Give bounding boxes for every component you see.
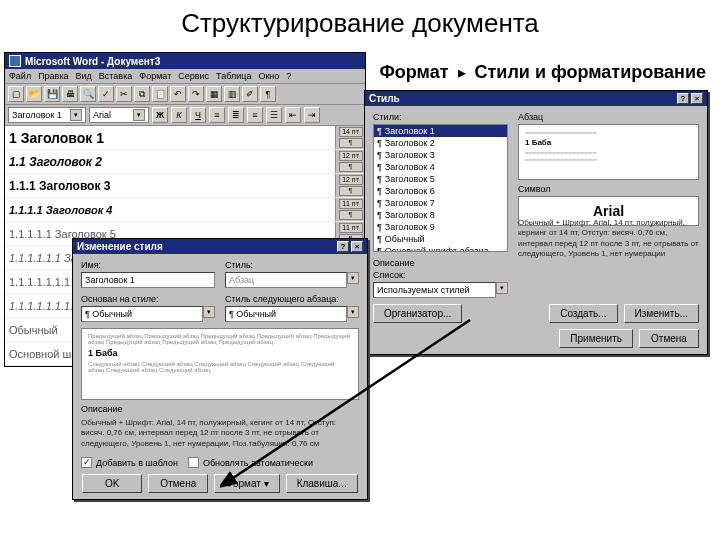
add-template-checkbox[interactable]: ✓Добавить в шаблон (81, 457, 178, 468)
draw-icon[interactable]: ✐ (242, 86, 258, 102)
copy-icon[interactable]: ⧉ (134, 86, 150, 102)
desc-label: Описание (81, 404, 359, 414)
size-badge: 14 пт (339, 127, 363, 137)
chevron-down-icon: ▾ (347, 272, 359, 284)
underline-icon[interactable]: Ч (190, 107, 206, 123)
chevron-down-icon[interactable]: ▾ (70, 109, 82, 121)
indent-dec-icon[interactable]: ⇤ (285, 107, 301, 123)
menu-file[interactable]: Файл (9, 71, 31, 81)
indent-inc-icon[interactable]: ⇥ (304, 107, 320, 123)
cancel-button[interactable]: Отмена (148, 474, 208, 493)
cancel-button[interactable]: Отмена (639, 329, 699, 348)
add-template-label: Добавить в шаблон (96, 458, 178, 468)
new-icon[interactable]: ▢ (8, 86, 24, 102)
modify-dialog-titlebar: Изменение стиля ?× (73, 239, 367, 254)
menu-format[interactable]: Формат (139, 71, 171, 81)
align-center-icon[interactable]: ≣ (228, 107, 244, 123)
chevron-down-icon[interactable]: ▾ (203, 306, 215, 318)
para-icon: ¶ (377, 186, 382, 196)
outline-row[interactable]: 1.1 Заголовок 212 пт¶ (5, 150, 365, 174)
italic-icon[interactable]: К (171, 107, 187, 123)
word-icon (9, 55, 21, 67)
outline-row[interactable]: 1.1.1 Заголовок 312 пт¶ (5, 174, 365, 198)
menu-edit[interactable]: Правка (38, 71, 68, 81)
key-button[interactable]: Клавиша... (286, 474, 358, 493)
list-label: Список: (373, 270, 699, 280)
list-item[interactable]: ¶ Заголовок 9 (374, 221, 507, 233)
close-icon[interactable]: × (691, 93, 703, 104)
help-icon[interactable]: ? (677, 93, 689, 104)
font-combo[interactable]: Arial ▾ (89, 107, 149, 123)
columns-icon[interactable]: ▥ (224, 86, 240, 102)
new-button[interactable]: Создать... (549, 304, 617, 323)
para-icon: ¶ (377, 198, 382, 208)
redo-icon[interactable]: ↷ (188, 86, 204, 102)
list-item[interactable]: ¶ Заголовок 5 (374, 173, 507, 185)
style-combo[interactable]: Заголовок 1 ▾ (8, 107, 86, 123)
list-item[interactable]: ¶ Заголовок 6 (374, 185, 507, 197)
styles-listbox[interactable]: ¶ Заголовок 1¶ Заголовок 2¶ Заголовок 3¶… (373, 124, 508, 252)
outline-row[interactable]: 1 Заголовок 114 пт¶ (5, 126, 365, 150)
para-icon: ¶ (377, 234, 382, 244)
paste-icon[interactable]: 📋 (152, 86, 168, 102)
list-select[interactable]: Используемых стилей (373, 282, 496, 298)
list-item[interactable]: ¶ Заголовок 8 (374, 209, 507, 221)
list-item[interactable]: ¶ Основной шрифт абзаца (374, 245, 507, 252)
list-item[interactable]: ¶ Заголовок 4 (374, 161, 507, 173)
organizer-button[interactable]: Организатор... (373, 304, 462, 323)
outline-row[interactable]: 1.1.1.1 Заголовок 411 пт¶ (5, 198, 365, 222)
menu-insert[interactable]: Вставка (99, 71, 132, 81)
list-item[interactable]: ¶ Заголовок 2 (374, 137, 507, 149)
style-dialog-title: Стиль (369, 93, 400, 104)
style-dialog-titlebar: Стиль ?× (365, 91, 707, 106)
auto-update-checkbox[interactable]: Обновлять автоматически (188, 457, 313, 468)
word-menubar[interactable]: Файл Правка Вид Вставка Формат Сервис Та… (5, 69, 365, 84)
cut-icon[interactable]: ✂ (116, 86, 132, 102)
save-icon[interactable]: 💾 (44, 86, 60, 102)
apply-button[interactable]: Применить (559, 329, 633, 348)
menu-help[interactable]: ? (286, 71, 291, 81)
ok-button[interactable]: OK (82, 474, 142, 493)
align-right-icon[interactable]: ≡ (247, 107, 263, 123)
chevron-down-icon[interactable]: ▾ (347, 306, 359, 318)
map-icon[interactable]: ¶ (260, 86, 276, 102)
type-label: Стиль: (225, 260, 359, 270)
para-icon[interactable]: ¶ (339, 186, 363, 196)
open-icon[interactable]: 📂 (26, 86, 42, 102)
modify-button[interactable]: Изменить... (624, 304, 699, 323)
list-icon[interactable]: ☰ (266, 107, 282, 123)
spell-icon[interactable]: ✓ (98, 86, 114, 102)
style-dialog: Стиль ?× Стили: ¶ Заголовок 1¶ Заголовок… (364, 90, 708, 355)
para-icon[interactable]: ¶ (339, 138, 363, 148)
paragraph-label: Абзац (518, 112, 699, 122)
name-field[interactable]: Заголовок 1 (81, 272, 215, 288)
based-select[interactable]: ¶ Обычный (81, 306, 203, 322)
list-item[interactable]: ¶ Обычный (374, 233, 507, 245)
menu-window[interactable]: Окно (258, 71, 279, 81)
list-item[interactable]: ¶ Заголовок 1 (374, 125, 507, 137)
help-icon[interactable]: ? (337, 241, 349, 252)
align-left-icon[interactable]: ≡ (209, 107, 225, 123)
bold-icon[interactable]: Ж (152, 107, 168, 123)
undo-icon[interactable]: ↶ (170, 86, 186, 102)
menu-view[interactable]: Вид (76, 71, 92, 81)
outline-tools: 12 пт¶ (335, 150, 365, 173)
menu-table[interactable]: Таблица (216, 71, 251, 81)
menu-service[interactable]: Сервис (178, 71, 209, 81)
para-icon: ¶ (377, 222, 382, 232)
list-item[interactable]: ¶ Заголовок 3 (374, 149, 507, 161)
table-icon[interactable]: ▦ (206, 86, 222, 102)
para-icon[interactable]: ¶ (339, 162, 363, 172)
outline-tools: 14 пт¶ (335, 126, 365, 149)
para-icon[interactable]: ¶ (339, 210, 363, 220)
chevron-down-icon[interactable]: ▾ (496, 282, 508, 294)
para-icon: ¶ (377, 210, 382, 220)
name-label: Имя: (81, 260, 215, 270)
print-icon[interactable]: 🖶 (62, 86, 78, 102)
next-select[interactable]: ¶ Обычный (225, 306, 347, 322)
chevron-down-icon[interactable]: ▾ (133, 109, 145, 121)
preview-icon[interactable]: 🔍 (80, 86, 96, 102)
close-icon[interactable]: × (351, 241, 363, 252)
format-button[interactable]: Формат ▾ (214, 474, 279, 493)
list-item[interactable]: ¶ Заголовок 7 (374, 197, 507, 209)
